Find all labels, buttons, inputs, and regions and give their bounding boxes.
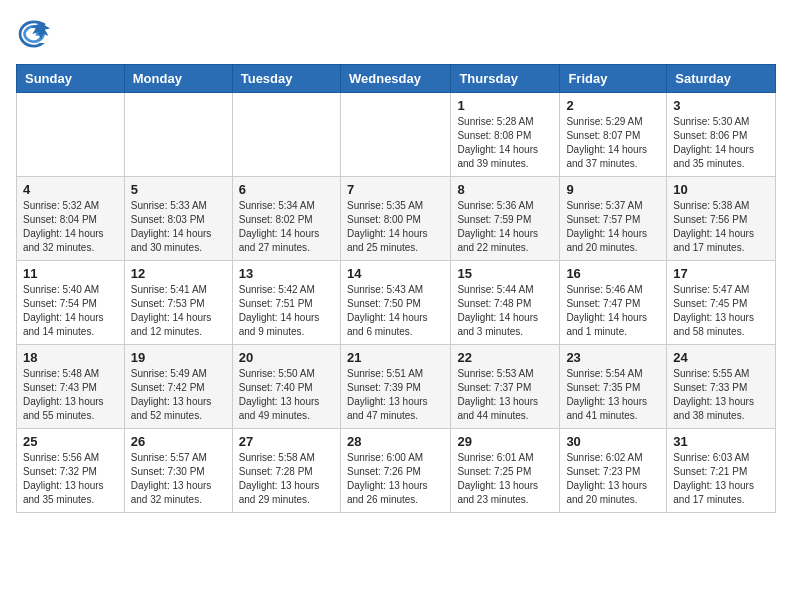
day-info: Sunrise: 5:53 AM Sunset: 7:37 PM Dayligh…: [457, 367, 553, 423]
day-number: 8: [457, 182, 553, 197]
day-number: 12: [131, 266, 226, 281]
calendar-cell: 16Sunrise: 5:46 AM Sunset: 7:47 PM Dayli…: [560, 261, 667, 345]
day-number: 31: [673, 434, 769, 449]
calendar-cell: 12Sunrise: 5:41 AM Sunset: 7:53 PM Dayli…: [124, 261, 232, 345]
day-info: Sunrise: 5:35 AM Sunset: 8:00 PM Dayligh…: [347, 199, 444, 255]
day-info: Sunrise: 5:28 AM Sunset: 8:08 PM Dayligh…: [457, 115, 553, 171]
day-info: Sunrise: 5:57 AM Sunset: 7:30 PM Dayligh…: [131, 451, 226, 507]
calendar-cell: 1Sunrise: 5:28 AM Sunset: 8:08 PM Daylig…: [451, 93, 560, 177]
calendar-cell: 5Sunrise: 5:33 AM Sunset: 8:03 PM Daylig…: [124, 177, 232, 261]
day-number: 19: [131, 350, 226, 365]
day-headers-row: SundayMondayTuesdayWednesdayThursdayFrid…: [17, 65, 776, 93]
day-number: 22: [457, 350, 553, 365]
day-number: 26: [131, 434, 226, 449]
day-header-tuesday: Tuesday: [232, 65, 340, 93]
day-header-saturday: Saturday: [667, 65, 776, 93]
calendar-cell: [17, 93, 125, 177]
day-number: 14: [347, 266, 444, 281]
calendar-cell: 24Sunrise: 5:55 AM Sunset: 7:33 PM Dayli…: [667, 345, 776, 429]
day-info: Sunrise: 5:48 AM Sunset: 7:43 PM Dayligh…: [23, 367, 118, 423]
calendar-cell: 22Sunrise: 5:53 AM Sunset: 7:37 PM Dayli…: [451, 345, 560, 429]
calendar-cell: [124, 93, 232, 177]
calendar-cell: 15Sunrise: 5:44 AM Sunset: 7:48 PM Dayli…: [451, 261, 560, 345]
day-info: Sunrise: 5:42 AM Sunset: 7:51 PM Dayligh…: [239, 283, 334, 339]
day-header-sunday: Sunday: [17, 65, 125, 93]
calendar-cell: 10Sunrise: 5:38 AM Sunset: 7:56 PM Dayli…: [667, 177, 776, 261]
day-info: Sunrise: 5:40 AM Sunset: 7:54 PM Dayligh…: [23, 283, 118, 339]
calendar-cell: 18Sunrise: 5:48 AM Sunset: 7:43 PM Dayli…: [17, 345, 125, 429]
day-info: Sunrise: 5:50 AM Sunset: 7:40 PM Dayligh…: [239, 367, 334, 423]
day-info: Sunrise: 5:38 AM Sunset: 7:56 PM Dayligh…: [673, 199, 769, 255]
day-info: Sunrise: 5:30 AM Sunset: 8:06 PM Dayligh…: [673, 115, 769, 171]
day-info: Sunrise: 5:41 AM Sunset: 7:53 PM Dayligh…: [131, 283, 226, 339]
day-info: Sunrise: 5:34 AM Sunset: 8:02 PM Dayligh…: [239, 199, 334, 255]
calendar-cell: 23Sunrise: 5:54 AM Sunset: 7:35 PM Dayli…: [560, 345, 667, 429]
day-number: 10: [673, 182, 769, 197]
calendar-cell: 14Sunrise: 5:43 AM Sunset: 7:50 PM Dayli…: [340, 261, 450, 345]
calendar-cell: 27Sunrise: 5:58 AM Sunset: 7:28 PM Dayli…: [232, 429, 340, 513]
calendar-cell: [340, 93, 450, 177]
calendar-cell: 25Sunrise: 5:56 AM Sunset: 7:32 PM Dayli…: [17, 429, 125, 513]
day-info: Sunrise: 5:43 AM Sunset: 7:50 PM Dayligh…: [347, 283, 444, 339]
calendar-cell: 26Sunrise: 5:57 AM Sunset: 7:30 PM Dayli…: [124, 429, 232, 513]
calendar-cell: 29Sunrise: 6:01 AM Sunset: 7:25 PM Dayli…: [451, 429, 560, 513]
calendar-cell: 4Sunrise: 5:32 AM Sunset: 8:04 PM Daylig…: [17, 177, 125, 261]
day-info: Sunrise: 5:44 AM Sunset: 7:48 PM Dayligh…: [457, 283, 553, 339]
day-header-thursday: Thursday: [451, 65, 560, 93]
day-number: 30: [566, 434, 660, 449]
calendar-cell: 31Sunrise: 6:03 AM Sunset: 7:21 PM Dayli…: [667, 429, 776, 513]
day-info: Sunrise: 5:55 AM Sunset: 7:33 PM Dayligh…: [673, 367, 769, 423]
day-info: Sunrise: 5:37 AM Sunset: 7:57 PM Dayligh…: [566, 199, 660, 255]
day-info: Sunrise: 6:01 AM Sunset: 7:25 PM Dayligh…: [457, 451, 553, 507]
day-info: Sunrise: 5:32 AM Sunset: 8:04 PM Dayligh…: [23, 199, 118, 255]
calendar-cell: 3Sunrise: 5:30 AM Sunset: 8:06 PM Daylig…: [667, 93, 776, 177]
day-number: 21: [347, 350, 444, 365]
day-number: 28: [347, 434, 444, 449]
calendar-cell: 9Sunrise: 5:37 AM Sunset: 7:57 PM Daylig…: [560, 177, 667, 261]
day-number: 27: [239, 434, 334, 449]
day-number: 3: [673, 98, 769, 113]
day-header-wednesday: Wednesday: [340, 65, 450, 93]
day-header-friday: Friday: [560, 65, 667, 93]
day-info: Sunrise: 5:46 AM Sunset: 7:47 PM Dayligh…: [566, 283, 660, 339]
day-number: 6: [239, 182, 334, 197]
day-number: 15: [457, 266, 553, 281]
day-header-monday: Monday: [124, 65, 232, 93]
page-header: [16, 16, 776, 52]
calendar-cell: 28Sunrise: 6:00 AM Sunset: 7:26 PM Dayli…: [340, 429, 450, 513]
day-number: 17: [673, 266, 769, 281]
day-info: Sunrise: 5:58 AM Sunset: 7:28 PM Dayligh…: [239, 451, 334, 507]
calendar-cell: 8Sunrise: 5:36 AM Sunset: 7:59 PM Daylig…: [451, 177, 560, 261]
calendar-cell: 20Sunrise: 5:50 AM Sunset: 7:40 PM Dayli…: [232, 345, 340, 429]
calendar-cell: 19Sunrise: 5:49 AM Sunset: 7:42 PM Dayli…: [124, 345, 232, 429]
day-number: 24: [673, 350, 769, 365]
calendar-cell: 2Sunrise: 5:29 AM Sunset: 8:07 PM Daylig…: [560, 93, 667, 177]
day-info: Sunrise: 6:03 AM Sunset: 7:21 PM Dayligh…: [673, 451, 769, 507]
calendar-cell: [232, 93, 340, 177]
week-row-5: 25Sunrise: 5:56 AM Sunset: 7:32 PM Dayli…: [17, 429, 776, 513]
day-number: 1: [457, 98, 553, 113]
calendar-cell: 30Sunrise: 6:02 AM Sunset: 7:23 PM Dayli…: [560, 429, 667, 513]
day-number: 25: [23, 434, 118, 449]
day-number: 9: [566, 182, 660, 197]
logo-icon: [16, 16, 52, 52]
day-info: Sunrise: 5:36 AM Sunset: 7:59 PM Dayligh…: [457, 199, 553, 255]
calendar-cell: 13Sunrise: 5:42 AM Sunset: 7:51 PM Dayli…: [232, 261, 340, 345]
week-row-4: 18Sunrise: 5:48 AM Sunset: 7:43 PM Dayli…: [17, 345, 776, 429]
day-info: Sunrise: 6:02 AM Sunset: 7:23 PM Dayligh…: [566, 451, 660, 507]
day-number: 20: [239, 350, 334, 365]
week-row-2: 4Sunrise: 5:32 AM Sunset: 8:04 PM Daylig…: [17, 177, 776, 261]
day-number: 2: [566, 98, 660, 113]
calendar-cell: 11Sunrise: 5:40 AM Sunset: 7:54 PM Dayli…: [17, 261, 125, 345]
day-number: 11: [23, 266, 118, 281]
calendar-cell: 21Sunrise: 5:51 AM Sunset: 7:39 PM Dayli…: [340, 345, 450, 429]
calendar-cell: 6Sunrise: 5:34 AM Sunset: 8:02 PM Daylig…: [232, 177, 340, 261]
day-number: 23: [566, 350, 660, 365]
day-info: Sunrise: 5:51 AM Sunset: 7:39 PM Dayligh…: [347, 367, 444, 423]
day-number: 18: [23, 350, 118, 365]
week-row-1: 1Sunrise: 5:28 AM Sunset: 8:08 PM Daylig…: [17, 93, 776, 177]
day-number: 4: [23, 182, 118, 197]
day-info: Sunrise: 5:29 AM Sunset: 8:07 PM Dayligh…: [566, 115, 660, 171]
day-number: 16: [566, 266, 660, 281]
calendar-table: SundayMondayTuesdayWednesdayThursdayFrid…: [16, 64, 776, 513]
